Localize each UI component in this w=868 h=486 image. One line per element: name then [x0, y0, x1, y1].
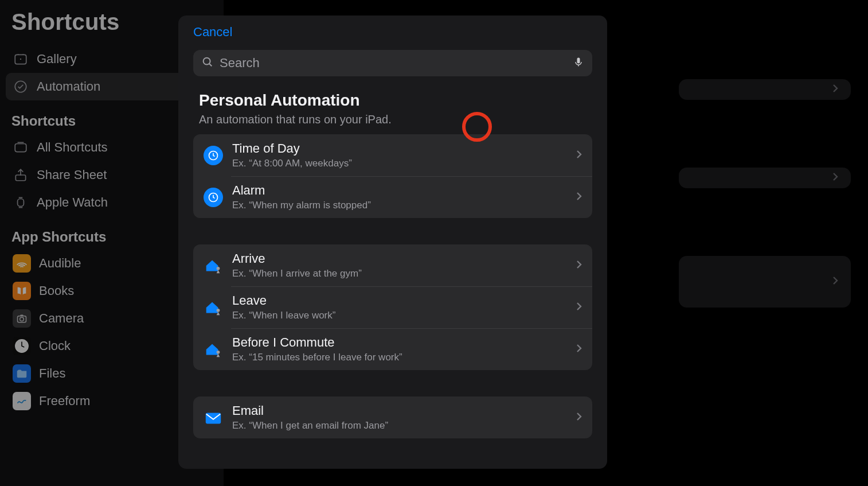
- row-title: Before I Commute: [232, 335, 567, 350]
- row-subtitle: Ex. “At 8:00 AM, weekdays”: [232, 158, 567, 169]
- row-texts: Alarm Ex. “When my alarm is stopped”: [232, 183, 567, 211]
- row-title: Arrive: [232, 251, 567, 266]
- row-subtitle: Ex. “When I leave work”: [232, 310, 567, 321]
- trigger-row-before-commute[interactable]: Before I Commute Ex. “15 minutes before …: [193, 328, 592, 370]
- trigger-group-communication: Email Ex. “When I get an email from Jane…: [193, 396, 592, 438]
- svg-point-15: [217, 350, 220, 353]
- search-field[interactable]: [193, 50, 592, 76]
- search-icon: [201, 56, 214, 71]
- trigger-row-leave[interactable]: Leave Ex. “When I leave work”: [193, 286, 592, 328]
- row-title: Alarm: [232, 183, 567, 198]
- arrive-icon: [204, 256, 223, 275]
- clock-icon: [204, 146, 223, 165]
- chevron-right-icon: [576, 260, 582, 271]
- commute-icon: [204, 340, 223, 359]
- chevron-right-icon: [576, 150, 582, 161]
- row-subtitle: Ex. “When my alarm is stopped”: [232, 200, 567, 211]
- row-subtitle: Ex. “When I arrive at the gym”: [232, 268, 567, 279]
- row-title: Leave: [232, 293, 567, 308]
- chevron-right-icon: [576, 412, 582, 423]
- row-title: Time of Day: [232, 141, 567, 156]
- trigger-row-email[interactable]: Email Ex. “When I get an email from Jane…: [193, 396, 592, 438]
- svg-point-9: [204, 58, 210, 65]
- svg-rect-16: [206, 413, 221, 423]
- row-texts: Leave Ex. “When I leave work”: [232, 293, 567, 321]
- trigger-group-location: Arrive Ex. “When I arrive at the gym” Le…: [193, 244, 592, 370]
- row-subtitle: Ex. “15 minutes before I leave for work”: [232, 352, 567, 363]
- app-root: Shortcuts Gallery Automation Shortcuts A…: [0, 0, 868, 486]
- row-texts: Email Ex. “When I get an email from Jane…: [232, 403, 567, 431]
- search-input[interactable]: [220, 56, 567, 71]
- row-texts: Before I Commute Ex. “15 minutes before …: [232, 335, 567, 363]
- trigger-row-arrive[interactable]: Arrive Ex. “When I arrive at the gym”: [193, 244, 592, 286]
- trigger-row-time-of-day[interactable]: Time of Day Ex. “At 8:00 AM, weekdays”: [193, 134, 592, 176]
- svg-point-13: [217, 266, 220, 270]
- svg-rect-10: [577, 58, 580, 64]
- row-title: Email: [232, 403, 567, 418]
- envelope-icon: [204, 408, 223, 427]
- automation-trigger-modal: Cancel Personal Automation An automation…: [178, 15, 607, 469]
- row-subtitle: Ex. “When I get an email from Jane”: [232, 420, 567, 431]
- section-subtitle: An automation that runs on your iPad.: [199, 113, 592, 126]
- leave-icon: [204, 298, 223, 317]
- modal-header: Cancel: [178, 15, 607, 44]
- modal-overlay: Cancel Personal Automation An automation…: [0, 0, 868, 486]
- mic-icon[interactable]: [573, 56, 584, 71]
- cancel-button[interactable]: Cancel: [193, 25, 232, 40]
- trigger-group-time: Time of Day Ex. “At 8:00 AM, weekdays” A…: [193, 134, 592, 218]
- chevron-right-icon: [576, 302, 582, 313]
- clock-icon: [204, 188, 223, 207]
- trigger-row-alarm[interactable]: Alarm Ex. “When my alarm is stopped”: [193, 176, 592, 218]
- row-texts: Time of Day Ex. “At 8:00 AM, weekdays”: [232, 141, 567, 169]
- row-texts: Arrive Ex. “When I arrive at the gym”: [232, 251, 567, 279]
- chevron-right-icon: [576, 192, 582, 203]
- chevron-right-icon: [576, 344, 582, 355]
- section-title: Personal Automation: [199, 91, 592, 110]
- modal-body[interactable]: Personal Automation An automation that r…: [178, 44, 607, 469]
- svg-point-14: [217, 308, 220, 312]
